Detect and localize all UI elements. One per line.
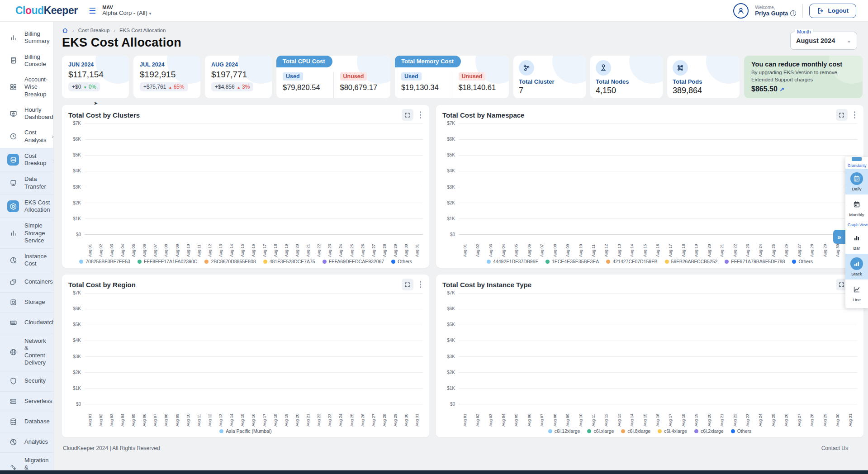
total-cpu-cost-card: Total CPU Cost Used $79,820.54 Unused $8… — [276, 56, 390, 98]
x-tick-label: Aug 03 — [489, 236, 493, 257]
legend-item-c6i-12xlarge[interactable]: c6i.12xlarge — [548, 428, 580, 434]
legend-item-asia-pacific-mumbai[interactable]: Asia Pacific (Mumbai) — [219, 428, 272, 434]
x-tick-label: Aug 09 — [175, 406, 180, 427]
x-tick-label: Aug 28 — [810, 236, 814, 257]
breadcrumb-cost-breakup[interactable]: Cost Breakup — [78, 28, 110, 33]
sidebar-item-serverless[interactable]: Serverless — [0, 391, 53, 412]
sidebar-item-billing-console[interactable]: Billing Console — [0, 49, 53, 72]
x-axis: Aug 01Aug 02Aug 03Aug 04Aug 05Aug 06Aug … — [459, 406, 857, 427]
sidebar-item-label: Instance Cost — [24, 253, 49, 268]
x-tick-label: Aug 21 — [306, 406, 310, 427]
x-tick-label: Aug 20 — [295, 406, 299, 427]
legend-item-c6i-2xlarge[interactable]: c6i.2xlarge — [694, 428, 724, 434]
legend-dot-icon — [731, 429, 735, 433]
sidebar-item-network-content-delivery[interactable]: Network & Content Delivery — [0, 333, 53, 371]
sidebar-item-instance-cost[interactable]: Instance Cost — [0, 248, 53, 272]
sidebar-item-simple-storage-service[interactable]: Simple Storage Service — [0, 218, 53, 248]
legend-item-481f3e528dce7a75[interactable]: 481F3E528DCE7A75 — [263, 259, 315, 264]
kebab-menu-icon[interactable] — [418, 280, 423, 289]
sidebar-item-analytics[interactable]: Analytics — [0, 432, 53, 452]
x-tick-label: Aug 03 — [110, 236, 114, 257]
x-tick-label: Aug 27 — [797, 236, 802, 257]
legend-item-fff8fff17a1fa02390c[interactable]: FFF8FFF17A1FA02390C — [138, 259, 197, 264]
sidebar-item-billing-summary[interactable]: Billing Summary — [0, 26, 53, 49]
sidebar-item-data-transfer[interactable]: Data Transfer — [0, 171, 53, 194]
legend-item-others[interactable]: Others — [792, 259, 813, 264]
sidebar-item-migration-transfer[interactable]: Migration & Transfer — [0, 452, 53, 471]
legend-item-c6i-4xlarge[interactable]: c6i.4xlarge — [658, 428, 687, 434]
y-tick-label: $1K — [73, 386, 81, 391]
x-tick-label: Aug 29 — [394, 406, 398, 427]
sidebar-item-storage[interactable]: Storage — [0, 292, 53, 313]
info-icon[interactable]: i — [790, 10, 796, 16]
graph-view-stack-button[interactable]: Stack — [845, 254, 868, 280]
legend-item-others[interactable]: Others — [391, 259, 412, 264]
expand-icon[interactable] — [402, 109, 413, 121]
legend-item-c6i-xlarge[interactable]: c6i.xlarge — [587, 428, 614, 434]
legend-item-c6i-8xlarge[interactable]: c6i.8xlarge — [621, 428, 650, 434]
x-tick-label: Aug 17 — [263, 406, 267, 427]
x-tick-label: Aug 06 — [527, 406, 531, 427]
avatar[interactable] — [733, 3, 749, 19]
sidebar-item-security[interactable]: Security — [0, 371, 53, 391]
legend-item-708255bf3bf7ef53[interactable]: 708255BF3BF7EF53 — [79, 259, 130, 264]
x-tick-label: Aug 07 — [540, 236, 544, 257]
logout-button[interactable]: Logout — [809, 4, 856, 18]
breadcrumb: › Cost Breakup › EKS Cost Allocation — [62, 27, 863, 33]
legend-item-59fb26abfccb5252[interactable]: 59FB26ABFCCB5252 — [665, 259, 718, 264]
calendar-monthly-icon — [850, 198, 863, 211]
kebab-menu-icon[interactable] — [418, 110, 423, 119]
legend-item-44492f1df37db96f[interactable]: 44492F1DF37DB96F — [487, 259, 538, 264]
sidebar-item-eks-cost-allocation[interactable]: EKS Cost Allocation — [0, 194, 53, 218]
kebab-menu-icon[interactable] — [852, 110, 857, 119]
x-tick-label: Aug 01 — [463, 236, 467, 257]
sidebar-item-database[interactable]: Database — [0, 412, 53, 432]
legend-item-1ece4e35e35be3ea[interactable]: 1ECE4E35E35BE3EA — [545, 259, 599, 264]
legend-item-fff971a79ba6f5df788[interactable]: FFF971A79BA6F5DF788 — [725, 259, 785, 264]
x-tick-label: Aug 19 — [694, 236, 698, 257]
breadcrumb-eks-cost-allocation[interactable]: EKS Cost Allocation — [119, 28, 166, 33]
sidebar-collapse-button[interactable]: ➤ — [94, 100, 98, 106]
x-tick-label: Aug 04 — [502, 236, 506, 257]
y-tick-label: $4K — [447, 168, 455, 173]
sidebar-item-containers[interactable]: Containers — [0, 272, 53, 292]
panel-title: Total Cost by Clusters — [68, 111, 140, 119]
chart-legend: 44492F1DF37DB96F1ECE4E35E35BE3EA421427CF… — [442, 257, 857, 265]
savings-card[interactable]: You can reduce monthly cost By upgrading… — [744, 56, 863, 98]
sidebar-item-label: Simple Storage Service — [24, 222, 49, 244]
x-tick-label: Aug 26 — [784, 236, 788, 257]
x-tick-label: Aug 11 — [197, 406, 201, 427]
logout-icon — [817, 7, 824, 14]
sidebar-item-hourly-dashboard[interactable]: Hourly Dashboard› — [0, 102, 53, 125]
contact-us-link[interactable]: Contact Us — [821, 445, 848, 451]
legend-dot-icon — [391, 260, 395, 264]
legend-item-2bc8670d8855e808[interactable]: 2BC8670D8855E808 — [204, 259, 256, 264]
granularity-monthly-button[interactable]: Monthly — [845, 194, 868, 220]
account-selector[interactable]: MAV Alpha Corp - (All) ▾ — [102, 5, 151, 17]
granularity-daily-button[interactable]: Daily — [845, 169, 868, 194]
total-memory-cost-card: Total Memory Cost Used $19,130.34 Unused… — [395, 56, 509, 98]
graph-view-line-button[interactable]: Line — [845, 280, 868, 305]
x-tick-label: Aug 21 — [720, 236, 724, 257]
legend-item-fffa69dfedcae932067[interactable]: FFFA69DFEDCAE932067 — [323, 259, 384, 264]
hamburger-menu-icon[interactable]: ☰ — [89, 6, 96, 16]
legend-item-421427cf07d159fb[interactable]: 421427CF07D159FB — [606, 259, 657, 264]
legend-dot-icon — [587, 429, 591, 433]
y-tick-label: $6K — [447, 306, 455, 311]
x-tick-label: Aug 23 — [746, 406, 750, 427]
expand-icon[interactable] — [836, 109, 848, 121]
copyright-text: CloudKeeper 2024 | All Rights Reserved — [63, 445, 160, 451]
sidebar-item-cloudwatch[interactable]: Cloudwatch — [0, 313, 53, 333]
stat-card-jul: JUL 2024 $192,915 +$75,761▲ 65% — [133, 56, 200, 98]
graph-view-bar-button[interactable]: Bar — [845, 228, 868, 254]
home-icon[interactable] — [62, 27, 68, 33]
x-tick-label: Aug 23 — [328, 236, 332, 257]
expand-icon[interactable] — [402, 279, 413, 290]
sidebar-item-cost-analysis[interactable]: Cost Analysis› — [0, 125, 53, 148]
panel-collapse-button[interactable]: » — [833, 230, 845, 244]
x-tick-label: Aug 28 — [810, 406, 814, 427]
sidebar-item-cost-breakup[interactable]: Cost Breakup⌄ — [0, 148, 53, 171]
sidebar-item-account-wise-breakup[interactable]: Account-Wise Breakup — [0, 72, 53, 102]
legend-item-others[interactable]: Others — [731, 428, 752, 434]
month-select[interactable]: Month August 2024 ⌄ — [790, 32, 857, 50]
